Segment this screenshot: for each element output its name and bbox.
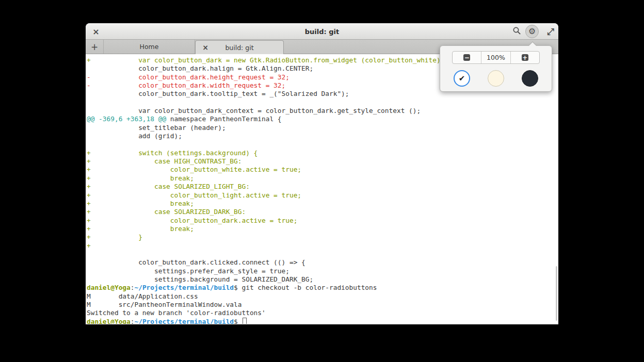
gear-icon: ⚙ <box>528 27 536 36</box>
fullscreen-button[interactable]: ⤢ <box>544 25 557 38</box>
zoom-in-button[interactable]: + <box>510 52 539 63</box>
minus-icon: − <box>463 54 470 61</box>
terminal-cursor <box>243 318 247 324</box>
terminal-text-segment: + <box>87 242 91 250</box>
new-tab-button[interactable]: + <box>86 40 103 54</box>
terminal-text-segment: + color_button_white.active = true; <box>87 166 301 173</box>
check-icon: ✔ <box>459 74 465 83</box>
terminal-text-segment: + color_button_light.active = true; <box>87 191 301 199</box>
zoom-level-button[interactable]: 100% <box>481 52 510 63</box>
tab-build-git[interactable]: × build: git <box>195 40 284 54</box>
terminal-text-segment: add (grid); <box>87 132 182 140</box>
terminal-line: add (grid); <box>87 132 558 140</box>
terminal-text-segment: daniel@Yoga <box>87 318 131 324</box>
terminal-text-segment: ~/Projects/terminal/build <box>134 284 234 291</box>
search-icon <box>512 26 521 37</box>
terminal-text-segment: + case HIGH_CONTRAST_BG: <box>87 157 242 165</box>
terminal-line: daniel@Yoga:~/Projects/terminal/build$ <box>87 318 558 324</box>
search-button[interactable] <box>510 25 523 38</box>
desktop-background: × build: git ⚙ ⤢ + Home <box>0 0 644 362</box>
terminal-text-segment: color_button_dark.clicked.connect (() =>… <box>87 258 305 266</box>
terminal-line: var color_button_dark_context = color_bu… <box>87 107 558 115</box>
settings-popover: − 100% + ✔ <box>440 45 552 92</box>
terminal-text-segment: color_button_dark.halign = Gtk.Align.CEN… <box>87 64 313 72</box>
terminal-line: + switch (settings.background) { <box>87 149 558 157</box>
window-title: build: git <box>86 23 558 40</box>
terminal-text-segment: - color_button_dark.height_request = 32; <box>87 73 289 81</box>
popover-arrow <box>528 41 537 46</box>
terminal-text-segment: + var color_button_dark = new Gtk.RadioB… <box>87 56 444 64</box>
terminal-line: M data/Application.css <box>87 292 558 301</box>
terminal-text-segment: set_titlebar (header); <box>87 124 226 131</box>
terminal-text-segment: + break; <box>87 225 194 233</box>
theme-selector: ✔ <box>440 70 552 87</box>
terminal-line <box>87 98 558 107</box>
terminal-text-segment: @@ -369,6 +363,18 @@ <box>87 115 166 123</box>
terminal-line: settings.prefer_dark_style = true; <box>87 267 558 275</box>
terminal-line: + color_button_white.active = true; <box>87 166 558 174</box>
terminal-line: daniel@Yoga:~/Projects/terminal/build$ g… <box>87 284 558 292</box>
titlebar[interactable]: × build: git ⚙ ⤢ <box>86 23 558 40</box>
terminal-line: + break; <box>87 225 558 233</box>
terminal-text-segment: var color_button_dark_context = color_bu… <box>87 107 421 114</box>
terminal-line <box>87 140 558 149</box>
terminal-text-segment: color_button_dark.tooltip_text = _("Sola… <box>87 90 349 97</box>
terminal-line: + <box>87 242 558 250</box>
terminal-text-segment: + break; <box>87 200 194 207</box>
tab-close-button[interactable]: × <box>200 41 211 54</box>
terminal-text-segment: $ git checkout -b color-radiobuttons <box>234 284 377 291</box>
terminal-text-segment: + case SOLARIZED_DARK_BG: <box>87 208 246 216</box>
terminal-line: Switched to a new branch 'color-radiobut… <box>87 309 558 317</box>
terminal-line: + color_button_light.active = true; <box>87 191 558 200</box>
terminal-text-segment: namespace PantheonTerminal { <box>166 115 281 123</box>
terminal-text-segment: + } <box>87 233 142 241</box>
terminal-line: + case HIGH_CONTRAST_BG: <box>87 157 558 166</box>
theme-solarized-light-button[interactable] <box>488 70 504 87</box>
tab-home[interactable]: Home <box>103 40 195 54</box>
terminal-line: + break; <box>87 200 558 208</box>
terminal-line: + } <box>87 233 558 241</box>
theme-high-contrast-button[interactable]: ✔ <box>454 70 470 87</box>
terminal-line: + color_button_dark.active = true; <box>87 217 558 225</box>
terminal-text-segment: Switched to a new branch 'color-radiobut… <box>87 309 266 317</box>
terminal-line: + case SOLARIZED_LIGHT_BG: <box>87 183 558 191</box>
terminal-line: + case SOLARIZED_DARK_BG: <box>87 208 558 216</box>
plus-icon: + <box>522 54 528 61</box>
terminal-window: × build: git ⚙ ⤢ + Home <box>86 23 558 324</box>
theme-solarized-dark-button[interactable] <box>522 70 538 87</box>
zoom-out-button[interactable]: − <box>453 52 481 63</box>
terminal-text-segment: M src/PantheonTerminalWindow.vala <box>87 301 242 308</box>
terminal-line: color_button_dark.clicked.connect (() =>… <box>87 258 558 267</box>
tab-label: build: git <box>225 44 253 52</box>
zoom-level-label: 100% <box>487 54 505 61</box>
terminal-line: M src/PantheonTerminalWindow.vala <box>87 301 558 309</box>
terminal-text-segment: settings.background = SOLARIZED_DARK_BG; <box>87 275 313 283</box>
terminal-line: + break; <box>87 174 558 183</box>
terminal-text-segment: - color_button_dark.width_request = 32; <box>87 81 285 89</box>
settings-button[interactable]: ⚙ <box>525 25 539 38</box>
scrollbar-thumb[interactable] <box>556 266 557 321</box>
terminal-view[interactable]: + var color_button_dark = new Gtk.RadioB… <box>86 54 558 324</box>
terminal-text-segment: settings.prefer_dark_style = true; <box>87 267 289 275</box>
zoom-control-group: − 100% + <box>452 51 540 64</box>
terminal-output: + var color_button_dark = new Gtk.RadioB… <box>87 56 558 324</box>
fullscreen-expand-icon: ⤢ <box>547 26 554 37</box>
tab-label: Home <box>140 43 159 51</box>
terminal-text-segment: + break; <box>87 174 194 182</box>
terminal-text-segment: + case SOLARIZED_LIGHT_BG: <box>87 183 250 190</box>
terminal-line: set_titlebar (header); <box>87 124 558 132</box>
terminal-text-segment: + switch (settings.background) { <box>87 149 257 157</box>
terminal-text-segment: $ <box>234 318 242 324</box>
terminal-line: settings.background = SOLARIZED_DARK_BG; <box>87 275 558 284</box>
terminal-line: @@ -369,6 +363,18 @@ namespace PantheonT… <box>87 115 558 123</box>
terminal-text-segment: + color_button_dark.active = true; <box>87 217 297 224</box>
terminal-line <box>87 250 558 258</box>
terminal-text-segment: M data/Application.css <box>87 292 198 300</box>
terminal-text-segment: ~/Projects/terminal/build <box>134 318 234 324</box>
terminal-text-segment: daniel@Yoga <box>87 284 131 291</box>
